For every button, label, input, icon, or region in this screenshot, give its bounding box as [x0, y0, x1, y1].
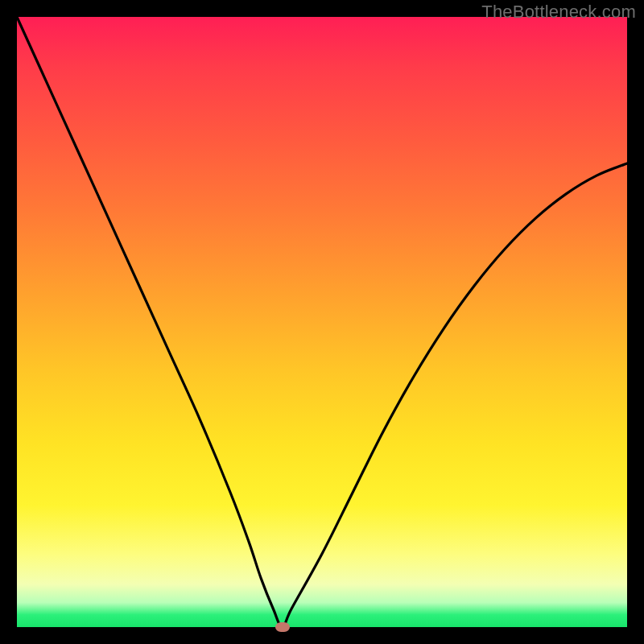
chart-frame: TheBottleneck.com — [0, 0, 644, 644]
bottleneck-curve — [17, 17, 627, 627]
optimal-point-marker — [275, 622, 290, 632]
plot-area — [17, 17, 627, 627]
curve-path — [17, 17, 627, 627]
watermark-text: TheBottleneck.com — [481, 2, 636, 23]
